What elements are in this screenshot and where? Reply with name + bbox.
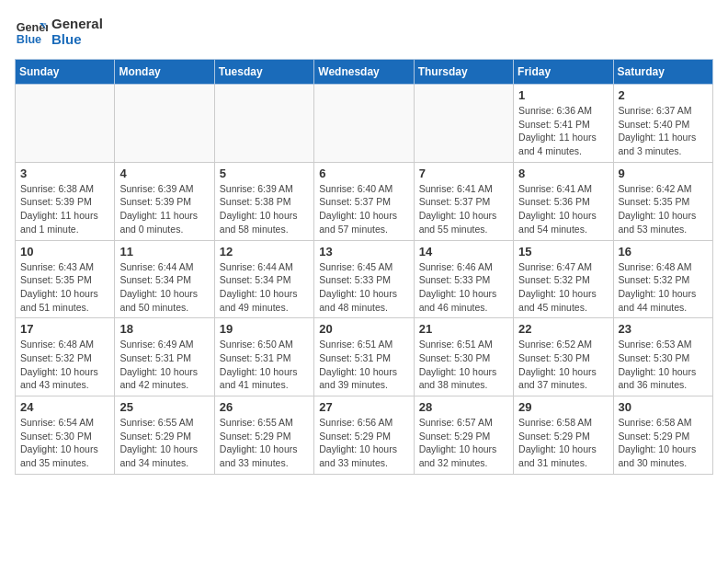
calendar-week-row: 1Sunrise: 6:36 AM Sunset: 5:41 PM Daylig… (16, 85, 713, 163)
logo-icon: General Blue (15, 15, 48, 48)
calendar-cell: 4Sunrise: 6:39 AM Sunset: 5:39 PM Daylig… (115, 162, 214, 240)
calendar-cell: 15Sunrise: 6:47 AM Sunset: 5:32 PM Dayli… (514, 240, 613, 318)
calendar-cell (16, 85, 115, 163)
day-number: 1 (518, 88, 608, 102)
calendar-cell: 25Sunrise: 6:55 AM Sunset: 5:29 PM Dayli… (115, 396, 214, 475)
calendar-cell: 3Sunrise: 6:38 AM Sunset: 5:39 PM Daylig… (16, 162, 115, 240)
day-number: 16 (619, 245, 708, 259)
day-info: Sunrise: 6:44 AM Sunset: 5:34 PM Dayligh… (119, 260, 209, 315)
calendar-table: SundayMondayTuesdayWednesdayThursdayFrid… (15, 59, 713, 475)
calendar-week-row: 10Sunrise: 6:43 AM Sunset: 5:35 PM Dayli… (16, 240, 713, 318)
calendar-cell: 6Sunrise: 6:40 AM Sunset: 5:37 PM Daylig… (314, 162, 414, 240)
calendar-cell: 8Sunrise: 6:41 AM Sunset: 5:36 PM Daylig… (514, 162, 613, 240)
day-number: 29 (518, 400, 608, 414)
calendar-cell: 2Sunrise: 6:37 AM Sunset: 5:40 PM Daylig… (613, 85, 712, 163)
day-info: Sunrise: 6:56 AM Sunset: 5:29 PM Dayligh… (319, 416, 408, 470)
day-info: Sunrise: 6:45 AM Sunset: 5:33 PM Dayligh… (319, 260, 408, 315)
day-number: 8 (518, 167, 608, 180)
calendar-header-row: SundayMondayTuesdayWednesdayThursdayFrid… (16, 60, 713, 85)
day-info: Sunrise: 6:53 AM Sunset: 5:30 PM Dayligh… (619, 338, 708, 392)
calendar-cell (314, 85, 414, 163)
day-number: 12 (220, 245, 309, 259)
day-info: Sunrise: 6:48 AM Sunset: 5:32 PM Dayligh… (20, 338, 109, 392)
calendar-cell: 29Sunrise: 6:58 AM Sunset: 5:29 PM Dayli… (514, 396, 613, 475)
day-info: Sunrise: 6:37 AM Sunset: 5:40 PM Dayligh… (619, 104, 708, 158)
day-info: Sunrise: 6:57 AM Sunset: 5:29 PM Dayligh… (419, 416, 508, 470)
calendar-cell: 21Sunrise: 6:51 AM Sunset: 5:30 PM Dayli… (414, 318, 513, 396)
logo: General Blue General Blue (15, 15, 103, 48)
day-number: 18 (119, 322, 209, 336)
day-number: 20 (319, 322, 408, 336)
calendar-cell: 23Sunrise: 6:53 AM Sunset: 5:30 PM Dayli… (613, 318, 712, 396)
day-info: Sunrise: 6:44 AM Sunset: 5:34 PM Dayligh… (220, 260, 309, 315)
day-number: 7 (419, 167, 508, 180)
day-info: Sunrise: 6:51 AM Sunset: 5:30 PM Dayligh… (419, 338, 508, 392)
day-number: 17 (20, 322, 109, 336)
day-number: 26 (220, 400, 309, 414)
weekday-header: Sunday (16, 60, 115, 85)
day-info: Sunrise: 6:55 AM Sunset: 5:29 PM Dayligh… (220, 416, 309, 470)
day-number: 15 (518, 245, 608, 259)
calendar-cell: 19Sunrise: 6:50 AM Sunset: 5:31 PM Dayli… (214, 318, 313, 396)
day-info: Sunrise: 6:47 AM Sunset: 5:32 PM Dayligh… (518, 260, 608, 315)
day-info: Sunrise: 6:52 AM Sunset: 5:30 PM Dayligh… (518, 338, 608, 392)
day-number: 21 (419, 322, 508, 336)
day-number: 13 (319, 245, 408, 259)
day-info: Sunrise: 6:36 AM Sunset: 5:41 PM Dayligh… (518, 104, 608, 158)
calendar-cell: 11Sunrise: 6:44 AM Sunset: 5:34 PM Dayli… (115, 240, 214, 318)
day-info: Sunrise: 6:58 AM Sunset: 5:29 PM Dayligh… (619, 416, 708, 470)
calendar-cell: 13Sunrise: 6:45 AM Sunset: 5:33 PM Dayli… (314, 240, 414, 318)
day-info: Sunrise: 6:40 AM Sunset: 5:37 PM Dayligh… (319, 182, 408, 236)
day-number: 2 (619, 88, 708, 102)
day-number: 30 (619, 400, 708, 414)
svg-text:Blue: Blue (17, 33, 41, 46)
calendar-cell (414, 85, 513, 163)
calendar-cell: 7Sunrise: 6:41 AM Sunset: 5:37 PM Daylig… (414, 162, 513, 240)
day-number: 9 (619, 167, 708, 180)
calendar-week-row: 3Sunrise: 6:38 AM Sunset: 5:39 PM Daylig… (16, 162, 713, 240)
calendar-cell: 14Sunrise: 6:46 AM Sunset: 5:33 PM Dayli… (414, 240, 513, 318)
day-number: 23 (619, 322, 708, 336)
day-info: Sunrise: 6:41 AM Sunset: 5:37 PM Dayligh… (419, 182, 508, 236)
weekday-header: Saturday (613, 60, 712, 85)
day-number: 28 (419, 400, 508, 414)
calendar-week-row: 17Sunrise: 6:48 AM Sunset: 5:32 PM Dayli… (16, 318, 713, 396)
day-number: 24 (20, 400, 109, 414)
day-number: 14 (419, 245, 508, 259)
day-info: Sunrise: 6:42 AM Sunset: 5:35 PM Dayligh… (619, 182, 708, 236)
day-info: Sunrise: 6:54 AM Sunset: 5:30 PM Dayligh… (20, 416, 109, 470)
weekday-header: Monday (115, 60, 214, 85)
day-info: Sunrise: 6:46 AM Sunset: 5:33 PM Dayligh… (419, 260, 508, 315)
day-info: Sunrise: 6:39 AM Sunset: 5:38 PM Dayligh… (220, 182, 309, 236)
day-info: Sunrise: 6:55 AM Sunset: 5:29 PM Dayligh… (119, 416, 209, 470)
calendar-cell: 16Sunrise: 6:48 AM Sunset: 5:32 PM Dayli… (613, 240, 712, 318)
day-number: 4 (119, 167, 209, 180)
calendar-cell: 5Sunrise: 6:39 AM Sunset: 5:38 PM Daylig… (214, 162, 313, 240)
day-info: Sunrise: 6:51 AM Sunset: 5:31 PM Dayligh… (319, 338, 408, 392)
day-number: 25 (119, 400, 209, 414)
calendar-week-row: 24Sunrise: 6:54 AM Sunset: 5:30 PM Dayli… (16, 396, 713, 475)
day-number: 10 (20, 245, 109, 259)
weekday-header: Friday (514, 60, 613, 85)
day-info: Sunrise: 6:41 AM Sunset: 5:36 PM Dayligh… (518, 182, 608, 236)
day-info: Sunrise: 6:38 AM Sunset: 5:39 PM Dayligh… (20, 182, 109, 236)
day-number: 5 (220, 167, 309, 180)
calendar-cell: 26Sunrise: 6:55 AM Sunset: 5:29 PM Dayli… (214, 396, 313, 475)
calendar-cell: 27Sunrise: 6:56 AM Sunset: 5:29 PM Dayli… (314, 396, 414, 475)
calendar-cell: 30Sunrise: 6:58 AM Sunset: 5:29 PM Dayli… (613, 396, 712, 475)
calendar-cell (214, 85, 313, 163)
day-info: Sunrise: 6:58 AM Sunset: 5:29 PM Dayligh… (518, 416, 608, 470)
day-number: 3 (20, 167, 109, 180)
calendar-cell: 9Sunrise: 6:42 AM Sunset: 5:35 PM Daylig… (613, 162, 712, 240)
day-number: 27 (319, 400, 408, 414)
day-info: Sunrise: 6:48 AM Sunset: 5:32 PM Dayligh… (619, 260, 708, 315)
calendar-cell: 18Sunrise: 6:49 AM Sunset: 5:31 PM Dayli… (115, 318, 214, 396)
calendar-cell: 28Sunrise: 6:57 AM Sunset: 5:29 PM Dayli… (414, 396, 513, 475)
day-number: 22 (518, 322, 608, 336)
logo-general: General (51, 16, 103, 31)
day-number: 6 (319, 167, 408, 180)
weekday-header: Thursday (414, 60, 513, 85)
calendar-cell: 10Sunrise: 6:43 AM Sunset: 5:35 PM Dayli… (16, 240, 115, 318)
calendar-body: 1Sunrise: 6:36 AM Sunset: 5:41 PM Daylig… (16, 85, 713, 475)
calendar-cell: 22Sunrise: 6:52 AM Sunset: 5:30 PM Dayli… (514, 318, 613, 396)
